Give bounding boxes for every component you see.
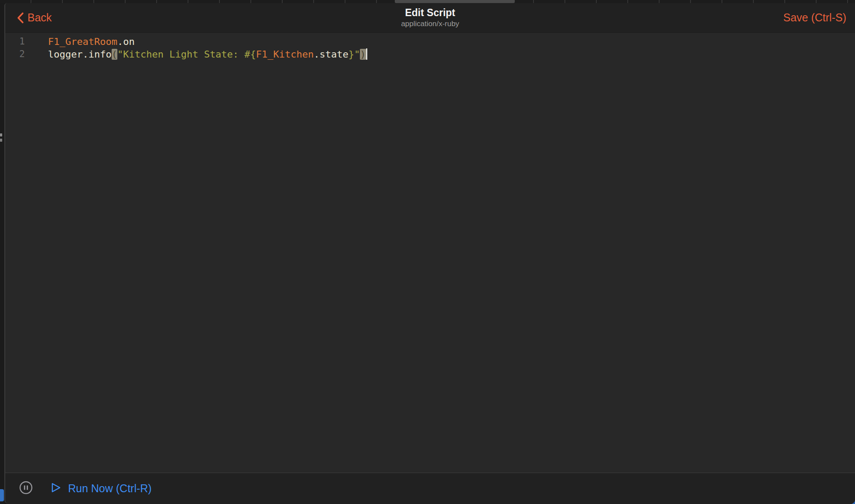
code-token-plain: .on [117,36,135,47]
code-token-paren: ( [112,49,117,60]
code-lines: 1F1_GreatRoom.on2logger.info("Kitchen Li… [5,35,855,61]
code-token-plain: .state [314,49,348,60]
screen: Back Edit Script application/x-ruby Save… [0,0,855,504]
save-button[interactable]: Save (Ctrl-S) [783,12,846,23]
text-cursor [366,48,367,60]
pause-button[interactable] [19,482,33,496]
chevron-left-icon [17,12,24,24]
title-block: Edit Script application/x-ruby [5,3,855,32]
code-token-plain: logger.info [48,49,112,60]
line-number: 2 [5,48,25,61]
page-title: Edit Script [405,7,455,19]
code-token-string: }" [349,49,360,60]
back-label: Back [27,12,52,23]
run-now-label: Run Now (Ctrl-R) [68,483,152,494]
code-line: 1F1_GreatRoom.on [5,35,855,48]
footer-toolbar: Run Now (Ctrl-R) [5,473,855,504]
page-subtitle: application/x-ruby [401,19,459,29]
line-content: F1_GreatRoom.on [25,35,135,48]
code-token-paren: ) [360,49,366,60]
line-content: logger.info("Kitchen Light State: #{F1_K… [25,48,367,61]
code-token-entity: F1_GreatRoom [48,36,117,47]
run-now-button[interactable]: Run Now (Ctrl-R) [51,482,152,495]
edit-script-modal: Back Edit Script application/x-ruby Save… [4,3,855,504]
back-button[interactable]: Back [17,12,52,24]
code-editor[interactable]: 1F1_GreatRoom.on2logger.info("Kitchen Li… [5,33,855,473]
code-line: 2logger.info("Kitchen Light State: #{F1_… [5,48,855,61]
background-page-top-strip [0,0,855,3]
background-scroll-indicator [395,0,515,3]
line-number: 1 [5,35,25,48]
modal-header: Back Edit Script application/x-ruby Save… [5,3,855,33]
background-fragment [0,133,2,136]
pause-circle-icon [19,481,33,496]
code-token-entity: F1_Kitchen [256,49,314,60]
background-fragment [0,489,4,501]
play-icon [51,482,62,495]
background-fragment [0,139,2,142]
code-token-string: "Kitchen Light State: #{ [117,49,256,60]
